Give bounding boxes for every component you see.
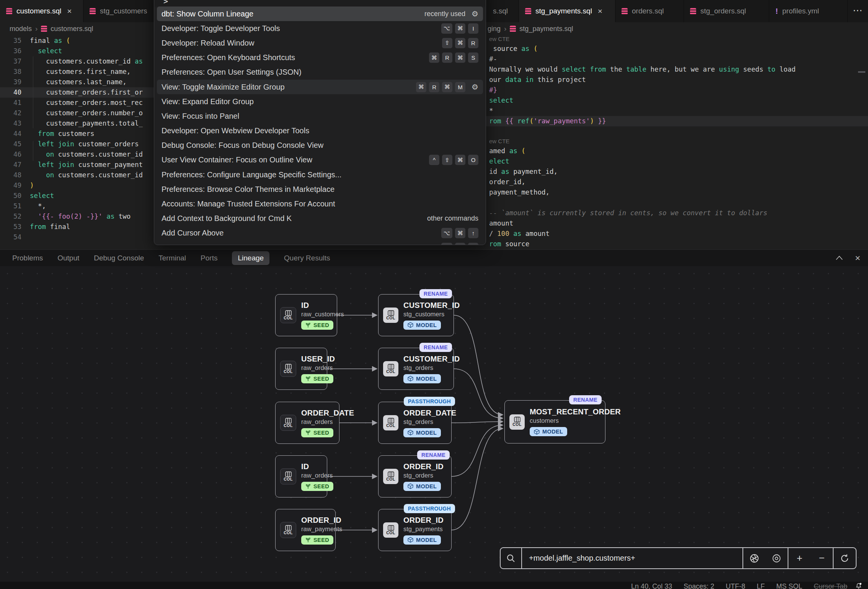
code-line[interactable]: Normally we would select from the table … [486,64,868,75]
palette-item[interactable]: Developer: Open Webview Developer Tools [157,124,483,138]
code-line[interactable]: amount [486,218,868,229]
code-line[interactable]: 52 '{{- foo(2) -}}' as two [0,211,155,222]
status-item[interactable]: Spaces: 2 [684,582,714,589]
status-item[interactable]: MS SQL [776,582,802,589]
code-line[interactable]: id as payment_id, [486,167,868,177]
palette-item[interactable]: dbt: Show Column Lineagerecently used⚙ [157,7,483,21]
lineage-node-stg_customers-customer_id[interactable]: COLCUSTOMER_IDstg_customersMODELRENAME [378,294,454,336]
tab-customers-sql[interactable]: customers.sql× [0,0,83,22]
zoom-in-button[interactable]: + [788,548,811,568]
code-line[interactable]: * [486,106,868,116]
code-line[interactable]: source as ( [486,44,868,54]
palette-item[interactable]: Add Cursor Below⌥⌘↓ [157,241,483,245]
breadcrumb-file[interactable]: stg_payments.sql [519,25,573,33]
palette-item[interactable]: Developer: Reload Window⇧⌘R [157,36,483,50]
chevron-up-icon[interactable] [836,255,843,262]
code-line[interactable]: payment_method, [486,187,868,198]
code-line[interactable]: our data in this project [486,75,868,85]
code-line[interactable]: 49) [0,180,155,191]
status-item[interactable]: Ln 40, Col 33 [631,582,672,589]
code-line[interactable]: 44 from customers [0,129,155,139]
panel-tab-problems[interactable]: Problems [12,254,43,262]
palette-item[interactable]: Developer: Toggle Developer Tools⌥⌘I [157,21,483,36]
palette-item[interactable]: View: Toggle Maximize Editor Group⌘R⌘M⚙ [157,80,483,94]
lineage-node-raw_payments-order_id[interactable]: COLORDER_IDraw_paymentsSEED [275,509,336,551]
status-item[interactable]: UTF-8 [726,582,745,589]
palette-item[interactable]: View: Expand Editor Group [157,94,483,109]
lineage-node-raw_orders-user_id[interactable]: COLUSER_IDraw_ordersSEED [275,348,327,390]
panel-tab-debug-console[interactable]: Debug Console [94,254,144,262]
lineage-search-input[interactable] [522,554,742,563]
code-line[interactable]: 39 customers.last_name, [0,77,155,87]
code-line[interactable]: 47 left join customer_payment [0,160,155,170]
code-line[interactable]: 53from final [0,222,155,232]
code-editor-stg-payments[interactable]: ew CTE source as (#-Normally we would se… [486,34,868,249]
code-line[interactable]: #} [486,85,868,95]
status-item-cursor-tab[interactable]: Cursor Tab [814,582,847,589]
focus-target-icon[interactable] [765,548,788,568]
tab-s-sql[interactable]: s.sql [487,0,519,22]
lineage-node-stg_orders-order_id[interactable]: COLORDER_IDstg_ordersMODELRENAME [378,455,452,497]
palette-item[interactable]: Accounts: Manage Trusted Extensions For … [157,196,483,211]
palette-item[interactable]: Debug Console: Focus on Debug Console Vi… [157,138,483,153]
code-editor-customers[interactable]: 35final as (36 select37 customers.custom… [0,34,155,250]
palette-item[interactable]: Add Cursor Above⌥⌘↑ [157,226,483,241]
palette-item[interactable]: Preferences: Open User Settings (JSON) [157,65,483,80]
gear-icon[interactable]: ⚙ [472,9,478,18]
code-line[interactable]: 48 on customers.customer_id [0,170,155,180]
close-panel-icon[interactable]: × [855,254,860,263]
code-line[interactable]: select [486,95,868,106]
lineage-node-raw_orders-id[interactable]: COLIDraw_ordersSEED [275,455,327,497]
palette-item[interactable]: Preferences: Browse Color Themes in Mark… [157,182,483,196]
palette-item[interactable]: Preferences: Open Keyboard Shortcuts⌘R⌘S [157,51,483,65]
notification-bell-icon[interactable] [855,582,862,589]
palette-item[interactable]: Preferences: Configure Language Specific… [157,167,483,182]
lineage-node-stg_orders-customer_id[interactable]: COLCUSTOMER_IDstg_ordersMODELRENAME [378,348,454,390]
lineage-node-stg_orders-order_date[interactable]: COLORDER_DATEstg_ordersMODELPASSTHROUGH [378,402,452,444]
status-item[interactable]: LF [757,582,765,589]
lineage-canvas[interactable]: COLIDraw_customersSEEDCOLUSER_IDraw_orde… [0,266,868,582]
shutter-icon[interactable] [742,548,765,568]
palette-item[interactable]: Add Context to Background for Cmd Kother… [157,211,483,226]
breadcrumb-folder[interactable]: models [10,25,32,33]
command-palette-input[interactable]: > [154,0,486,7]
code-line[interactable] [486,198,868,208]
panel-tab-lineage[interactable]: Lineage [232,251,269,265]
code-line[interactable]: 42 customer_orders.number_o [0,108,155,118]
code-line[interactable]: / 100 as amount [486,229,868,239]
palette-item[interactable]: User View Container: Focus on Outline Vi… [157,153,483,167]
close-tab-icon[interactable]: × [67,7,72,16]
lineage-node-stg_payments-order_id[interactable]: COLORDER_IDstg_paymentsMODELPASSTHROUGH [378,509,452,551]
tab-profiles-yml[interactable]: !profiles.yml [769,0,848,22]
gear-icon[interactable]: ⚙ [472,82,478,92]
code-line[interactable]: order_id, [486,177,868,187]
panel-tab-terminal[interactable]: Terminal [158,254,186,262]
code-line[interactable]: 50select [0,191,155,201]
code-line[interactable]: 54 [0,232,155,242]
lineage-node-raw_customers-id[interactable]: COLIDraw_customersSEED [275,294,337,336]
code-line[interactable]: -- `amount` is currently stored in cents… [486,208,868,218]
refresh-icon[interactable] [833,548,856,568]
panel-tab-query-results[interactable]: Query Results [284,254,330,262]
code-line[interactable]: 45 left join customer_orders [0,139,155,149]
code-line[interactable]: amed as ( [486,146,868,156]
close-tab-icon[interactable]: × [598,7,602,16]
code-line[interactable]: 51 *, [0,201,155,211]
code-line[interactable] [486,126,868,137]
code-line[interactable]: rom source [486,239,868,249]
tab-overflow-icon[interactable]: ⋯ [853,5,863,16]
breadcrumb-folder[interactable]: ging [488,25,501,33]
code-line[interactable]: 43 customer_payments.total_ [0,118,155,129]
code-line[interactable]: 37 customers.customer_id as [0,56,155,67]
code-line[interactable]: 40 customer_orders.first_or [0,87,155,98]
code-line[interactable]: rom {{ ref('raw_payments') }} [486,116,868,126]
code-line[interactable]: #- [486,54,868,64]
zoom-out-button[interactable]: − [811,548,833,568]
code-line[interactable]: elect [486,156,868,167]
code-line[interactable]: 35final as ( [0,36,155,46]
panel-tab-ports[interactable]: Ports [201,254,217,262]
code-line[interactable]: 41 customer_orders.most_rec [0,98,155,108]
tab-stg_customers[interactable]: stg_customers [83,0,155,22]
tab-orders-sql[interactable]: orders.sql [615,0,684,22]
tab-stg_payments-sql[interactable]: stg_payments.sql× [519,0,615,22]
